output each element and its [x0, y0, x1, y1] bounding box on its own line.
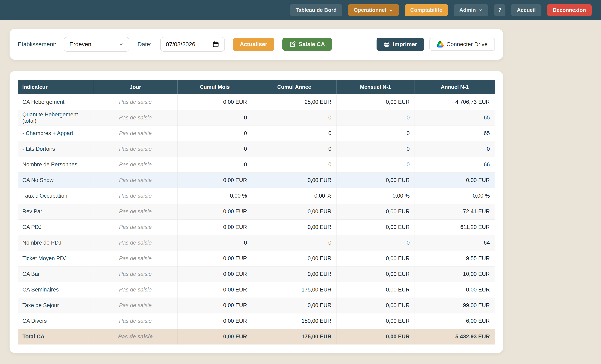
value-cell: 0,00 EUR	[252, 297, 336, 313]
saisie-ca-button[interactable]: Saisie CA	[282, 38, 332, 51]
value-cell: 0,00 EUR	[178, 266, 252, 282]
nav-label: Admin	[459, 7, 476, 13]
table-row: CA No ShowPas de saisie0,00 EUR0,00 EUR0…	[18, 172, 495, 188]
value-cell: 9,55 EUR	[415, 251, 495, 266]
indicator-cell: Rev Par	[18, 204, 93, 219]
value-cell: 4 706,73 EUR	[415, 94, 495, 110]
value-cell: 0	[337, 110, 415, 125]
connecter-drive-button[interactable]: Connecter Drive	[429, 38, 495, 51]
select-chevron-icon	[119, 42, 124, 47]
actualiser-label: Actualiser	[240, 41, 267, 48]
value-cell: 0,00 EUR	[178, 219, 252, 235]
value-cell: 0,00 EUR	[178, 282, 252, 297]
value-cell: 6,00 EUR	[415, 313, 495, 329]
value-cell: 0,00 EUR	[337, 266, 415, 282]
value-cell: 0,00 EUR	[337, 219, 415, 235]
imprimer-button[interactable]: Imprimer	[377, 38, 424, 51]
nav-tableau-de-bord-button[interactable]: Tableau de Bord	[290, 4, 342, 16]
imprimer-label: Imprimer	[393, 41, 417, 48]
nav-label: Tableau de Bord	[296, 7, 337, 13]
value-cell: 0	[252, 235, 336, 251]
value-cell: 66	[415, 157, 495, 172]
value-cell: 0,00 EUR	[178, 297, 252, 313]
table-row: CA BarPas de saisie0,00 EUR0,00 EUR0,00 …	[18, 266, 495, 282]
edit-icon	[289, 41, 296, 48]
column-header-jour: Jour	[93, 80, 178, 94]
value-cell: 0,00 EUR	[337, 313, 415, 329]
value-cell: 611,20 EUR	[415, 219, 495, 235]
drive-icon	[437, 41, 444, 48]
jour-cell: Pas de saisie	[93, 266, 178, 282]
indicator-cell: Taux d'Occupation	[18, 188, 93, 204]
value-cell: 0,00 EUR	[178, 329, 252, 345]
jour-cell: Pas de saisie	[93, 94, 178, 110]
date-input[interactable]: 07/03/2026	[160, 37, 225, 52]
indicator-cell: Nombre de Personnes	[18, 157, 93, 172]
deconnexion-button[interactable]: Deconnexion	[547, 4, 592, 16]
table-body: CA HebergementPas de saisie0,00 EUR25,00…	[18, 94, 495, 345]
column-header-mensuel-n1: Mensuel N-1	[337, 80, 415, 94]
value-cell: 0,00 EUR	[252, 251, 336, 266]
nav-admin-button[interactable]: Admin	[454, 4, 488, 16]
table-row: Nombre de PersonnesPas de saisie00066	[18, 157, 495, 172]
chevron-down-icon	[478, 8, 483, 12]
value-cell: 64	[415, 235, 495, 251]
jour-cell: Pas de saisie	[93, 297, 178, 313]
jour-cell: Pas de saisie	[93, 313, 178, 329]
nav-comptabilite-button[interactable]: Comptabilite	[405, 4, 448, 16]
value-cell: 0	[337, 141, 415, 157]
table-row: Rev ParPas de saisie0,00 EUR0,00 EUR0,00…	[18, 204, 495, 219]
value-cell: 99,00 EUR	[415, 297, 495, 313]
table-row: CA DiversPas de saisie0,00 EUR150,00 EUR…	[18, 313, 495, 329]
value-cell: 5 432,93 EUR	[415, 329, 495, 345]
indicator-cell: CA Hebergement	[18, 94, 93, 110]
value-cell: 0	[178, 110, 252, 125]
table-row: Taux d'OccupationPas de saisie0,00 %0,00…	[18, 188, 495, 204]
value-cell: 0,00 EUR	[178, 313, 252, 329]
value-cell: 0,00 EUR	[337, 282, 415, 297]
nav-operationnel-button[interactable]: Operationnel	[348, 4, 399, 16]
actualiser-button[interactable]: Actualiser	[233, 38, 274, 51]
value-cell: 0	[337, 157, 415, 172]
value-cell: 0	[178, 235, 252, 251]
nav-label: Accueil	[517, 7, 536, 13]
value-cell: 0	[252, 125, 336, 141]
value-cell: 0,00 EUR	[337, 94, 415, 110]
table-row: Quantite Hebergement (total)Pas de saisi…	[18, 110, 495, 125]
nav-accueil-button[interactable]: Accueil	[511, 4, 541, 16]
table-row: Ticket Moyen PDJPas de saisie0,00 EUR0,0…	[18, 251, 495, 266]
indicator-cell: CA Divers	[18, 313, 93, 329]
value-cell: 175,00 EUR	[252, 329, 336, 345]
table-row: CA PDJPas de saisie0,00 EUR0,00 EUR0,00 …	[18, 219, 495, 235]
value-cell: 0	[252, 157, 336, 172]
help-button[interactable]: ?	[494, 4, 505, 16]
indicator-cell: CA No Show	[18, 172, 93, 188]
value-cell: 0,00 EUR	[337, 251, 415, 266]
column-header-annuel-n1: Annuel N-1	[415, 80, 495, 94]
etablissement-select[interactable]: Erdeven	[64, 37, 129, 52]
indicator-cell: Ticket Moyen PDJ	[18, 251, 93, 266]
column-header-indicateur: Indicateur	[18, 80, 93, 94]
value-cell: 0,00 EUR	[337, 204, 415, 219]
jour-cell: Pas de saisie	[93, 141, 178, 157]
value-cell: 0	[252, 110, 336, 125]
value-cell: 0	[178, 141, 252, 157]
value-cell: 0	[337, 125, 415, 141]
jour-cell: Pas de saisie	[93, 125, 178, 141]
jour-cell: Pas de saisie	[93, 251, 178, 266]
value-cell: 0	[178, 125, 252, 141]
value-cell: 0,00 EUR	[178, 94, 252, 110]
jour-cell: Pas de saisie	[93, 329, 178, 345]
value-cell: 0,00 EUR	[337, 329, 415, 345]
help-label: ?	[498, 7, 501, 13]
jour-cell: Pas de saisie	[93, 204, 178, 219]
value-cell: 0,00 %	[252, 188, 336, 204]
table-row: CA SeminairesPas de saisie0,00 EUR175,00…	[18, 282, 495, 297]
value-cell: 0,00 EUR	[337, 172, 415, 188]
indicator-cell: Total CA	[18, 329, 93, 345]
jour-cell: Pas de saisie	[93, 235, 178, 251]
connecter-drive-label: Connecter Drive	[446, 41, 488, 48]
value-cell: 0,00 %	[178, 188, 252, 204]
filter-bar: Etablissement: Erdeven Date: 07/03/2026 …	[10, 29, 503, 60]
column-header-cumul-annee: Cumul Annee	[252, 80, 336, 94]
